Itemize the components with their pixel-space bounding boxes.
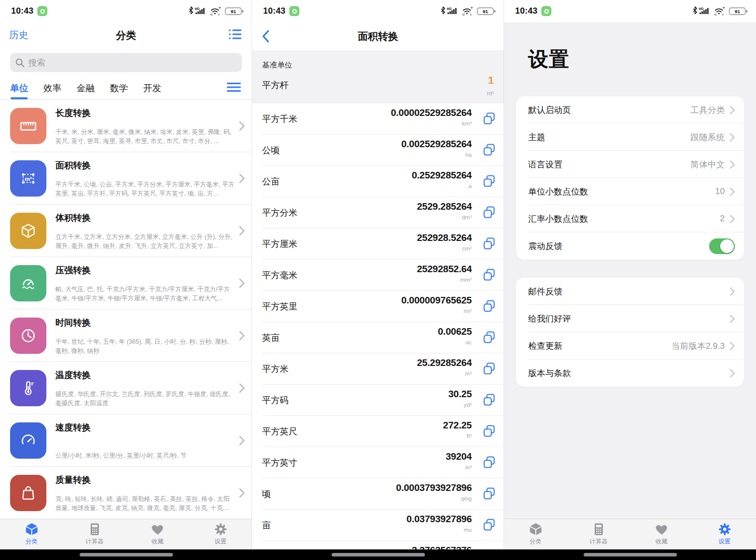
copy-icon[interactable] — [482, 362, 496, 376]
tab-favorites[interactable]: 收藏 — [630, 519, 693, 549]
tab-categories[interactable]: 分类 — [504, 519, 567, 549]
svg-text:HD: HD — [195, 7, 200, 11]
tab-efficiency[interactable]: 效率 — [43, 82, 61, 94]
menu-icon[interactable] — [226, 82, 242, 95]
setting-row-terms[interactable]: 版本与条款 — [516, 359, 744, 387]
svg-text:6: 6 — [218, 14, 220, 16]
copy-icon[interactable] — [482, 174, 496, 188]
base-unit-value[interactable]: 1 — [488, 74, 494, 86]
chevron-right-icon — [239, 435, 245, 446]
conversion-row[interactable]: 平方英尺 272.25 ft² — [252, 416, 504, 447]
copy-icon[interactable] — [482, 518, 496, 532]
conversion-row[interactable]: 平方毫米 25292852.64 mm² — [252, 260, 504, 291]
copy-icon[interactable] — [482, 206, 496, 219]
back-button[interactable] — [258, 29, 273, 44]
page-title: 面积转换 — [252, 30, 504, 43]
search-input[interactable]: 搜索 — [10, 53, 242, 72]
setting-value: 简体中文 — [690, 159, 725, 170]
battery-percent: 91 — [231, 9, 236, 14]
setting-value: 跟随系统 — [690, 132, 725, 143]
list-item-area[interactable]: m² 面积转换 平方千米, 公顷, 公亩, 平方米, 平方分米, 平方厘米, 平… — [0, 152, 252, 205]
list-item-mass[interactable]: 质量转换 克, 吨, 短吨, 长吨, 磅, 盎司, 斯勒格, 英石, 美担, 英… — [0, 467, 252, 519]
gear-tab-icon — [214, 522, 228, 536]
heart-tab-icon — [655, 522, 669, 536]
copy-icon[interactable] — [482, 268, 496, 282]
item-title: 体积转换 — [55, 212, 91, 224]
tab-dev[interactable]: 开发 — [143, 82, 161, 94]
conversion-row[interactable]: 平方千米 0.00002529285264 km² — [252, 103, 504, 135]
setting-row-theme[interactable]: 主题 跟随系统 — [516, 123, 744, 151]
chevron-right-icon — [239, 173, 245, 183]
item-desc: 摄氏度, 华氏度, 开尔文, 兰氏度, 列氏度, 罗氏度, 牛顿度, 德氏度, … — [55, 390, 235, 408]
conversion-row[interactable]: 公顷 0.002529285264 ha — [252, 135, 504, 166]
tab-categories[interactable]: 分类 — [0, 519, 63, 549]
unit-value: 25292852.64 — [417, 264, 472, 275]
copy-icon[interactable] — [482, 424, 496, 438]
unit-name: 平方千米 — [262, 113, 297, 125]
unit-name: 公亩 — [262, 175, 280, 188]
conversion-row[interactable]: 平方码 30.25 yd² — [252, 385, 504, 416]
svg-text:+: + — [723, 6, 725, 10]
bottom-tab-bar: 分类 计算器 收藏 设置 — [0, 519, 252, 549]
history-button[interactable]: 历史 — [9, 29, 28, 42]
unit-symbol: cm² — [462, 245, 472, 252]
list-item-speed[interactable]: 速度转换 公里/小时, 米/秒, 公里/分, 英里/小时, 英尺/秒, 节 — [0, 414, 252, 467]
list-view-button[interactable] — [228, 28, 243, 43]
list-item-length[interactable]: 长度转换 千米, 米, 分米, 厘米, 毫米, 微米, 纳米, 埃米, 皮米, … — [0, 100, 252, 152]
list-item-time[interactable]: 时间转换 千年, 世纪, 十年, 五年, 年 (365), 周, 日, 小时, … — [0, 309, 252, 362]
copy-icon[interactable] — [482, 143, 496, 157]
home-indicator[interactable] — [80, 553, 173, 556]
copy-icon[interactable] — [482, 237, 496, 251]
search-area: 搜索 — [0, 48, 252, 77]
setting-row-unit-decimals[interactable]: 单位小数点位数 10 — [516, 178, 744, 205]
conversion-row[interactable]: 平方英寸 39204 in² — [252, 447, 504, 478]
setting-row-email-feedback[interactable]: 邮件反馈 — [516, 278, 744, 305]
item-title: 长度转换 — [55, 107, 91, 119]
vibration-toggle[interactable] — [709, 238, 735, 254]
conversion-row[interactable]: 英亩 0.00625 ac — [252, 322, 504, 353]
conversion-row-partial[interactable]: 2.2763567376 — [252, 541, 504, 549]
conversion-row[interactable]: 平方厘米 252928.5264 cm² — [252, 228, 504, 260]
tab-finance[interactable]: 金融 — [77, 82, 95, 94]
conversion-row[interactable]: 平方米 25.29285264 m² — [252, 353, 504, 385]
conversion-row[interactable]: 公亩 0.2529285264 a — [252, 166, 504, 197]
copy-icon[interactable] — [482, 393, 496, 407]
tab-settings[interactable]: 设置 — [189, 519, 252, 549]
chevron-right-icon — [730, 215, 735, 223]
copy-icon[interactable] — [482, 112, 496, 126]
setting-row-language[interactable]: 语言设置 简体中文 — [516, 151, 744, 178]
copy-icon[interactable] — [482, 456, 496, 469]
status-icons: HD +426 91 — [692, 6, 749, 16]
home-indicator[interactable] — [584, 553, 677, 556]
home-indicator[interactable] — [332, 553, 425, 556]
copy-icon[interactable] — [482, 331, 496, 344]
gauge-icon — [10, 265, 46, 301]
setting-row-rate-us[interactable]: 给我们好评 — [516, 305, 744, 332]
base-unit-name[interactable]: 平方杆 — [262, 79, 289, 91]
setting-row-rate-decimals[interactable]: 汇率小数点位数 2 — [516, 205, 744, 232]
copy-icon[interactable] — [482, 299, 496, 313]
conversion-row[interactable]: 亩 0.03793927896 mu — [252, 510, 504, 541]
area-converter-screen: 10:43 HD +426 91 面积转换 基准单位 平方杆 1 rd² 平方千… — [252, 0, 504, 560]
setting-row-default-page[interactable]: 默认启动页 工具分类 — [516, 96, 744, 123]
list-item-volume[interactable]: 体积转换 立方千米, 立方米, 立方分米, 立方厘米, 立方毫米, 公升 (升)… — [0, 205, 252, 257]
unit-value: 0.03793927896 — [407, 514, 472, 525]
tab-settings[interactable]: 设置 — [693, 519, 756, 549]
battery-icon: 91 — [477, 8, 495, 15]
tab-units[interactable]: 单位 — [10, 82, 28, 94]
conversion-row[interactable]: 平方分米 2529.285264 dm² — [252, 197, 504, 228]
conversion-row[interactable]: 平方英里 0.000009765625 mi² — [252, 291, 504, 322]
cube-tab-icon — [529, 522, 543, 536]
tab-calculator[interactable]: 计算器 — [63, 519, 126, 549]
tab-calculator[interactable]: 计算器 — [567, 519, 630, 549]
list-item-temperature[interactable]: 温度转换 摄氏度, 华氏度, 开尔文, 兰氏度, 列氏度, 罗氏度, 牛顿度, … — [0, 362, 252, 414]
tab-favorites[interactable]: 收藏 — [126, 519, 189, 549]
converter-nav: 面积转换 — [252, 22, 504, 50]
copy-icon[interactable] — [482, 487, 496, 501]
tab-math[interactable]: 数学 — [110, 82, 128, 94]
setting-row-check-update[interactable]: 检查更新 当前版本2.9.3 — [516, 332, 744, 359]
unit-value: 272.25 — [443, 420, 472, 431]
svg-text:6: 6 — [470, 14, 472, 16]
conversion-row[interactable]: 顷 0.0003793927896 qing — [252, 478, 504, 510]
list-item-pressure[interactable]: 压强转换 帕, 大气压, 巴, 托, 千克力/平方米, 千克力/平方厘米, 千克… — [0, 257, 252, 309]
